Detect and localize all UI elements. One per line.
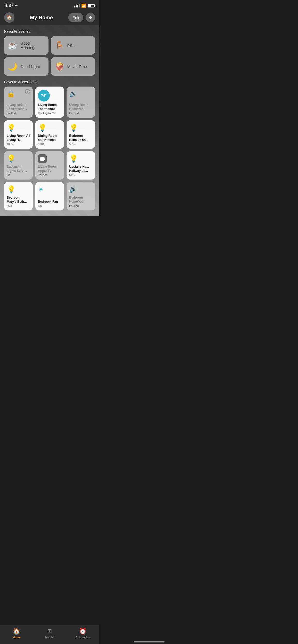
upstairs-hallway-light-icon: 💡: [69, 154, 93, 163]
dining-kitchen-light-icon: 💡: [38, 123, 61, 132]
bedroom-fan-name: Bedroom Fan: [38, 200, 61, 204]
bedroom-marys-light-icon: 💡: [7, 185, 30, 194]
signal-bar-3: [77, 5, 78, 7]
dining-kitchen-lights-name: Dining Room and Kitchen: [38, 134, 61, 142]
scene-good-night[interactable]: 🌙 Good Night: [4, 57, 49, 76]
wifi-icon: 📶: [81, 3, 86, 8]
bedroom-homepod-name: Bedroom HomePod: [69, 196, 93, 204]
accessory-living-room-thermostat[interactable]: 74° Living Room Thermostat Cooling to 73…: [35, 87, 64, 118]
bedroom-marys-name: Bedroom Mary's Bedr...: [7, 196, 30, 204]
living-room-light-icon: 💡: [7, 123, 30, 132]
status-icons: 📶: [74, 3, 95, 8]
accessory-living-room-lock[interactable]: 🔒 ! Living Room Lock Mecha... Locked: [4, 87, 33, 118]
home-icon: 🏠: [6, 15, 12, 20]
accessories-grid: 🔒 ! Living Room Lock Mecha... Locked 74°…: [4, 87, 95, 210]
ps4-icon: 🪑: [55, 41, 64, 49]
living-room-lock-name: Living Room Lock Mecha...: [7, 103, 30, 111]
signal-bar-4: [79, 4, 80, 7]
app-header: 🏠 My Home Edit +: [0, 10, 99, 25]
bedroom-bedside-status: 56%: [69, 142, 93, 146]
living-room-lock-status: Locked: [7, 112, 30, 115]
fan-icon: ✴: [38, 185, 61, 194]
status-time: 4:37 ✈: [5, 3, 18, 8]
accessory-living-room-lights[interactable]: 💡 Living Room All Living R... 100%: [4, 120, 33, 149]
good-night-icon: 🌙: [8, 63, 17, 70]
living-room-thermostat-name: Living Room Thermostat: [38, 103, 61, 111]
scene-good-morning[interactable]: ☕ Good Morning: [4, 36, 49, 55]
basement-light-icon: 💡: [7, 154, 30, 163]
good-morning-icon: ☕: [8, 41, 17, 49]
dining-homepod-status: Paused: [69, 112, 93, 115]
add-button[interactable]: +: [86, 13, 95, 22]
signal-bars: [74, 4, 80, 7]
signal-bar-2: [76, 5, 77, 7]
bedroom-homepod-status: Paused: [69, 204, 93, 207]
accessory-dining-homepod[interactable]: 🔊 Dining Room HomePod Paused: [67, 87, 95, 118]
location-icon: ✈: [15, 4, 18, 7]
homepod-icon: 🔊: [69, 90, 93, 98]
header-actions: Edit +: [68, 13, 95, 22]
movie-time-label: Movie Time: [67, 64, 87, 69]
bedroom-marys-status: 56%: [7, 204, 30, 207]
accessory-appletv[interactable]: Living Room Apple TV Paused: [35, 151, 64, 180]
accessory-upstairs-hallway[interactable]: 💡 Upstairs Ha... Hallway up... 61%: [67, 151, 95, 180]
bedroom-bedside-name: Bedroom Bedside an...: [69, 134, 93, 142]
basement-lights-status: Off: [7, 173, 30, 176]
edit-button[interactable]: Edit: [68, 13, 83, 22]
accessory-bedroom-marys[interactable]: 💡 Bedroom Mary's Bedr... 56%: [4, 182, 33, 210]
scene-ps4[interactable]: 🪑 PS4: [51, 36, 95, 55]
thermostat-temp: 74°: [41, 94, 46, 98]
living-room-lights-name: Living Room All Living R...: [7, 134, 30, 142]
ps4-label: PS4: [67, 43, 75, 48]
main-content: Favorite Scenes ☕ Good Morning 🪑 PS4 🌙 G…: [0, 25, 99, 236]
living-room-lights-status: 100%: [7, 142, 30, 146]
basement-lights-name: Basement Lights Servi...: [7, 165, 30, 173]
appletv-status: Paused: [38, 173, 61, 176]
page-title: My Home: [30, 15, 53, 21]
signal-bar-1: [74, 6, 75, 7]
accessory-dining-kitchen-lights[interactable]: 💡 Dining Room and Kitchen 100%: [35, 120, 64, 149]
accessory-bedroom-fan[interactable]: ✴ Bedroom Fan On: [35, 182, 64, 210]
upstairs-hallway-name: Upstairs Ha... Hallway up...: [69, 165, 93, 173]
accessory-basement-lights[interactable]: 💡 Basement Lights Servi... Off: [4, 151, 33, 180]
thermostat-badge: 74°: [38, 90, 50, 101]
movie-time-icon: 🍿: [55, 63, 64, 70]
accessory-bedroom-homepod[interactable]: 🔊 Bedroom HomePod Paused: [67, 182, 95, 210]
scenes-section-label: Favorite Scenes: [4, 29, 95, 33]
background-area: Favorite Scenes ☕ Good Morning 🪑 PS4 🌙 G…: [0, 25, 99, 216]
battery-fill: [88, 5, 91, 7]
upstairs-hallway-status: 61%: [69, 173, 93, 176]
scenes-grid: ☕ Good Morning 🪑 PS4 🌙 Good Night 🍿 Movi…: [4, 36, 95, 76]
bedroom-fan-status: On: [38, 204, 61, 207]
living-room-thermostat-status: Cooling to 73°: [38, 112, 61, 115]
status-bar: 4:37 ✈ 📶: [0, 0, 99, 10]
dining-homepod-name: Dining Room HomePod: [69, 103, 93, 111]
bedroom-bedside-light-icon: 💡: [69, 123, 93, 132]
appletv-icon: [38, 154, 47, 163]
appletv-name: Living Room Apple TV: [38, 165, 61, 173]
battery-icon: [88, 4, 95, 7]
good-morning-label: Good Morning: [20, 41, 45, 50]
dining-kitchen-lights-status: 100%: [38, 142, 61, 146]
lock-info-icon: !: [25, 89, 30, 94]
home-button[interactable]: 🏠: [4, 12, 14, 23]
scene-movie-time[interactable]: 🍿 Movie Time: [51, 57, 95, 76]
accessory-bedroom-bedside[interactable]: 💡 Bedroom Bedside an... 56%: [67, 120, 95, 149]
bedroom-homepod-icon: 🔊: [69, 185, 93, 193]
good-night-label: Good Night: [20, 64, 40, 69]
accessories-section-label: Favorite Accessories: [4, 80, 95, 84]
